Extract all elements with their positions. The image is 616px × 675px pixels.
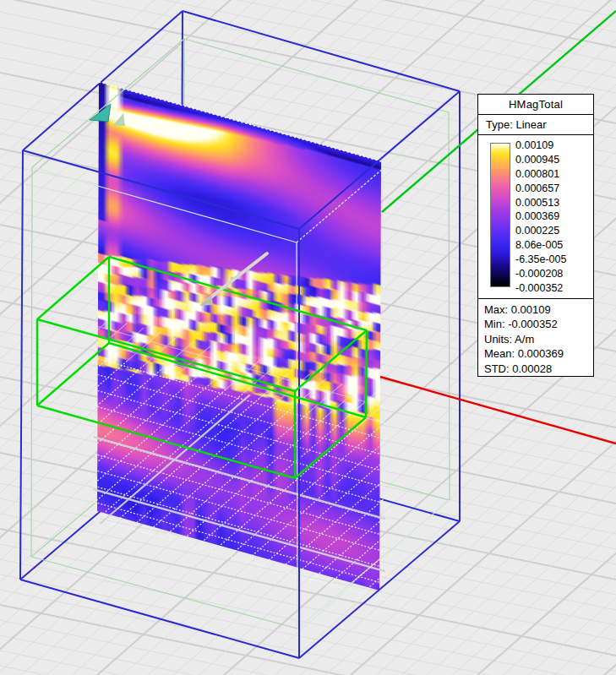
scale-tick-label: 0.00109 <box>515 140 590 151</box>
legend-title: HMagTotal <box>478 95 593 115</box>
scale-tick-label: 0.000369 <box>515 211 590 222</box>
scale-tick-label: 0.000513 <box>515 198 590 209</box>
stat-line: Units: A/m <box>484 332 593 346</box>
legend-panel[interactable]: HMagTotal Type: Linear 0.001090.0009450.… <box>477 94 594 377</box>
modeler-3d-viewport[interactable]: HMagTotal Type: Linear 0.001090.0009450.… <box>0 0 616 675</box>
excitation-arrow-small-icon <box>112 113 125 126</box>
scale-tick-label: -6.35e-005 <box>515 254 590 265</box>
legend-type: Type: Linear <box>478 115 593 135</box>
colorbar-gradient <box>490 143 510 287</box>
x-axis-line <box>380 377 616 444</box>
legend-scale-section: 0.001090.0009450.0008010.0006570.0005130… <box>478 135 593 299</box>
scale-tick-label: -0.000352 <box>515 283 590 294</box>
inner-box-wireframe <box>31 39 450 629</box>
probe-tip-icon <box>199 295 213 306</box>
stat-line: Min: -0.000352 <box>484 317 593 331</box>
stat-line: Mean: 0.000369 <box>484 346 593 361</box>
probe-line <box>205 253 267 302</box>
outer-airbox-wireframe <box>20 11 460 658</box>
scale-tick-label: 0.000657 <box>515 183 590 194</box>
scale-tick-label: 8.06e-005 <box>515 240 590 251</box>
scale-tick-label: 0.000945 <box>515 155 590 166</box>
plot-top-border <box>99 82 381 161</box>
object-box-wireframe <box>37 257 367 478</box>
legend-stats: Max: 0.00109Min: -0.000352Units: A/mMean… <box>478 299 593 376</box>
scale-tick-label: 0.000801 <box>515 169 590 180</box>
excitation-arrow-icon <box>90 104 111 122</box>
scale-tick-label: 0.000225 <box>515 226 590 237</box>
colorbar-tick-labels: 0.001090.0009450.0008010.0006570.0005130… <box>515 140 590 294</box>
stat-line: Max: 0.00109 <box>484 302 593 317</box>
stat-line: STD: 0.00028 <box>484 362 593 376</box>
scale-tick-label: -0.000208 <box>515 269 590 280</box>
